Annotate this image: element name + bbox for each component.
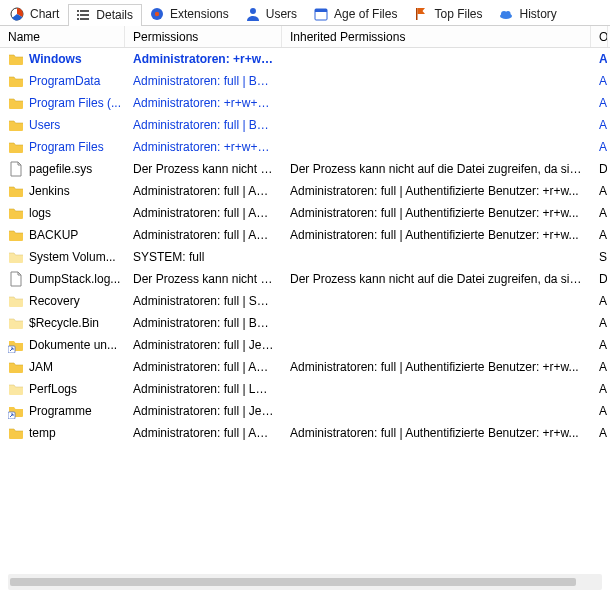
cell-owner: A [591,338,607,352]
file-icon [8,161,24,177]
tab-label: Age of Files [334,7,397,21]
tab-age[interactable]: Age of Files [306,2,406,25]
cell-owner: A [591,206,607,220]
cell-owner: A [591,382,607,396]
table-row[interactable]: tempAdministratoren: full | Aut...Admini… [0,422,610,444]
cell-owner: A [591,426,607,440]
cell-name: Recovery [0,293,125,309]
tab-label: Extensions [170,7,229,21]
cell-name: temp [0,425,125,441]
column-header[interactable]: Permissions [125,26,282,47]
cell-name: Windows [0,51,125,67]
cell-owner: A [591,404,607,418]
folder-icon [8,227,24,243]
folder-icon [8,117,24,133]
cell-name: $Recycle.Bin [0,315,125,331]
column-header[interactable]: O [591,26,608,47]
table-row[interactable]: DumpStack.log...Der Prozess kann nicht a… [0,268,610,290]
table-row[interactable]: Program FilesAdministratoren: +r+w+x ...… [0,136,610,158]
svg-point-8 [155,12,159,16]
cell-owner: D [591,162,607,176]
name-text: BACKUP [29,228,78,242]
name-text: pagefile.sys [29,162,92,176]
cell-owner: A [591,316,607,330]
cell-owner: D [591,272,607,286]
scrollbar-thumb[interactable] [10,578,576,586]
tab-label: History [519,7,556,21]
cell-name: Program Files [0,139,125,155]
cell-name: pagefile.sys [0,161,125,177]
table-row[interactable]: ProgramDataAdministratoren: full | Ben..… [0,70,610,92]
cell-owner: A [591,96,607,110]
table-row[interactable]: UsersAdministratoren: full | Ben...A [0,114,610,136]
table-row[interactable]: System Volum...SYSTEM: fullS [0,246,610,268]
cell-owner: A [591,360,607,374]
pie-icon [9,6,25,22]
folder-light-icon [8,381,24,397]
tab-label: Users [266,7,297,21]
cell-owner: A [591,294,607,308]
table-row[interactable]: JenkinsAdministratoren: full | Aut...Adm… [0,180,610,202]
cell-permissions: Administratoren: +r+w+x ... [125,140,282,154]
table-row[interactable]: BACKUPAdministratoren: full | Aut...Admi… [0,224,610,246]
cell-name: ProgramData [0,73,125,89]
table-row[interactable]: WindowsAdministratoren: +r+w+...A [0,48,610,70]
flag-icon [413,6,429,22]
cell-permissions: Administratoren: +r+w+... [125,52,282,66]
cell-permissions: Administratoren: full | Ben... [125,118,282,132]
tab-extensions[interactable]: Extensions [142,2,238,25]
name-text: Dokumente un... [29,338,117,352]
file-icon [8,271,24,287]
table-body: WindowsAdministratoren: +r+w+...AProgram… [0,48,610,509]
name-text: $Recycle.Bin [29,316,99,330]
svg-rect-1 [77,10,79,12]
tab-chart[interactable]: Chart [2,2,68,25]
cell-name: Programme [0,403,125,419]
cell-inherited: Administratoren: full | Authentifizierte… [282,228,591,242]
column-header[interactable]: Name [0,26,125,47]
cell-owner: A [591,184,607,198]
table-row[interactable]: JAMAdministratoren: full | Aut...Adminis… [0,356,610,378]
folder-light-icon [8,315,24,331]
svg-point-9 [250,8,256,14]
table-row[interactable]: RecoveryAdministratoren: full | SYS...A [0,290,610,312]
name-text: Programme [29,404,92,418]
name-text: JAM [29,360,53,374]
table-row[interactable]: PerfLogsAdministratoren: full | Leis...A [0,378,610,400]
name-text: System Volum... [29,250,116,264]
table-row[interactable]: $Recycle.BinAdministratoren: full | Ben.… [0,312,610,334]
name-text: logs [29,206,51,220]
svg-rect-3 [77,14,79,16]
table-row[interactable]: Dokumente un...Administratoren: full | J… [0,334,610,356]
cell-permissions: Administratoren: full | Aut... [125,184,282,198]
tab-details[interactable]: Details [68,4,142,26]
window: ChartDetailsExtensionsUsersAge of FilesT… [0,0,610,596]
cell-name: Dokumente un... [0,337,125,353]
tab-top[interactable]: Top Files [406,2,491,25]
name-text: Windows [29,52,82,66]
cell-name: DumpStack.log... [0,271,125,287]
cell-inherited: Administratoren: full | Authentifizierte… [282,206,591,220]
name-text: Users [29,118,60,132]
cell-name: Users [0,117,125,133]
folder-icon [8,73,24,89]
tab-history[interactable]: History [491,2,565,25]
table-row[interactable]: ProgrammeAdministratoren: full | Jed...A [0,400,610,422]
folder-icon [8,425,24,441]
folder-icon [8,139,24,155]
puzzle-icon [149,6,165,22]
table-row[interactable]: Program Files (...Administratoren: +r+w+… [0,92,610,114]
cell-permissions: Administratoren: +r+w+x ... [125,96,282,110]
tab-users[interactable]: Users [238,2,306,25]
cell-permissions: Administratoren: full | Aut... [125,360,282,374]
cell-permissions: Administratoren: full | Ben... [125,316,282,330]
column-header[interactable]: Inherited Permissions [282,26,591,47]
cell-inherited: Administratoren: full | Authentifizierte… [282,360,591,374]
cell-permissions: Administratoren: full | SYS... [125,294,282,308]
horizontal-scrollbar[interactable] [8,574,602,590]
table-row[interactable]: logsAdministratoren: full | Aut...Admini… [0,202,610,224]
cell-permissions: Administratoren: full | Leis... [125,382,282,396]
cell-owner: A [591,118,607,132]
table-row[interactable]: pagefile.sysDer Prozess kann nicht au...… [0,158,610,180]
cell-name: JAM [0,359,125,375]
